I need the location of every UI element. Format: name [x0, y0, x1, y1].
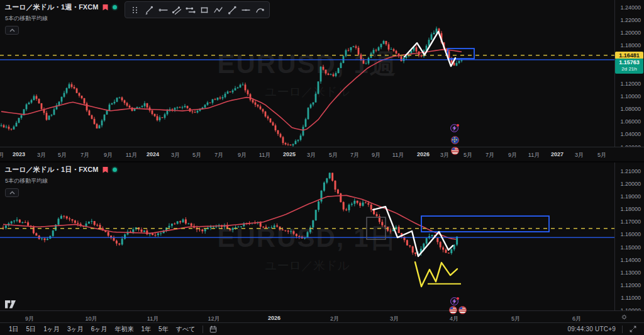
us-event-flag-icon[interactable]: [451, 147, 459, 155]
time-axis-label: 3月: [37, 151, 46, 159]
time-axis-label: 2026: [268, 315, 280, 321]
price-axis-label: 1.18000: [620, 42, 641, 48]
time-axis-label: 2025: [283, 151, 296, 157]
time-axis-label: 5月: [58, 151, 67, 159]
time-axis-label: 3月: [440, 151, 449, 159]
price-range-tool-icon[interactable]: [239, 3, 252, 16]
pen-tool-icon[interactable]: [142, 3, 155, 16]
tradingview-app: EURUSD, 1週 ユーロ／米ドル ユーロ／米ドル・1週・FXCM 5本の移動…: [0, 0, 644, 335]
range-button[interactable]: 1年: [138, 324, 155, 335]
time-axis-label: 11月: [528, 151, 540, 159]
price-axis-daily[interactable]: 1.210001.200001.190001.180001.170001.160…: [614, 162, 644, 310]
range-button[interactable]: 年初来: [111, 324, 138, 335]
symbol-title[interactable]: ユーロ／米ドル・1日・FXCM: [5, 165, 98, 174]
time-axis-label: 9月: [508, 151, 517, 159]
symbol-title[interactable]: ユーロ／米ドル・1週・FXCM: [5, 3, 98, 12]
time-axis-label: 9月: [238, 151, 247, 159]
us-event-flag-icon[interactable]: [449, 306, 457, 314]
trend-line-tool-icon[interactable]: [225, 3, 238, 16]
session-clock[interactable]: 09:44:30 UTC+9: [568, 326, 616, 332]
toolbar-divider: [622, 326, 623, 333]
price-axis-label: 1.20000: [620, 30, 641, 36]
flat-channel-tool-icon[interactable]: [184, 3, 197, 16]
time-axis-label: 7月: [486, 151, 494, 159]
eu-event-flag-icon[interactable]: [451, 136, 459, 144]
range-button[interactable]: 1ヶ月: [40, 324, 64, 335]
price-axis-label: 1.15000: [620, 244, 641, 251]
chart-panel-daily[interactable]: EURUSD, 1日 ユーロ／米ドル ユーロ／米ドル・1日・FXCM 5本の移動…: [0, 162, 644, 322]
horizontal-ray-tool-icon[interactable]: [156, 3, 169, 16]
tradingview-logo[interactable]: [4, 300, 17, 312]
time-axis-daily[interactable]: 9月10月11月12月20262月3月4月5月6月: [0, 310, 644, 323]
ma-line[interactable]: [1, 50, 462, 130]
time-axis-label: 9月: [104, 151, 113, 159]
indicator-legend[interactable]: 5本の移動平均線: [5, 177, 117, 185]
price-axis-label: 1.19000: [620, 193, 641, 200]
price-axis-label: 1.24000: [620, 4, 641, 11]
time-axis-label: 3月: [307, 151, 316, 159]
brush-tool-icon[interactable]: [253, 3, 266, 16]
legend-collapse-button[interactable]: [5, 188, 19, 197]
rectangle-drawing-blue[interactable]: [421, 216, 549, 232]
drawing-toolbar[interactable]: [125, 1, 270, 18]
chart-panel-weekly[interactable]: EURUSD, 1週 ユーロ／米ドル ユーロ／米ドル・1週・FXCM 5本の移動…: [0, 0, 644, 161]
us-event-flag-icon[interactable]: [458, 306, 467, 314]
clock-time: 09:44:30: [568, 326, 594, 332]
price-axis-label: 1.22000: [620, 17, 641, 23]
bottom-toolbar: 1日5日1ヶ月3ヶ月6ヶ月年初来1年5年すべて 09:44:30 UTC+9: [0, 322, 644, 335]
ma-line[interactable]: [3, 195, 456, 239]
range-button[interactable]: 5日: [23, 324, 40, 335]
indicator-legend[interactable]: 5本の移動平均線: [5, 14, 117, 23]
time-axis-label: 5月: [464, 151, 472, 159]
last-price-value: 1.15763: [615, 59, 643, 65]
price-axis-label: 1.21000: [620, 168, 641, 174]
price-axis-label: 1.16000: [620, 231, 641, 237]
rectangle-tool-icon[interactable]: [197, 3, 211, 16]
time-axis-label: 3月: [171, 151, 180, 159]
market-status-dot: [113, 5, 117, 9]
range-button[interactable]: 6ヶ月: [87, 324, 111, 335]
economic-event-icon[interactable]: [450, 124, 458, 132]
axis-settings-gear-icon[interactable]: [620, 313, 628, 321]
price-axis-label: 1.17000: [620, 219, 641, 225]
economic-event-icon[interactable]: [450, 297, 458, 305]
range-button[interactable]: すべて: [172, 324, 199, 335]
time-axis-label: 9月: [372, 151, 380, 159]
price-axis-label: 1.13000: [620, 270, 641, 276]
price-axis-label: 1.12000: [620, 282, 641, 288]
range-button[interactable]: 5年: [155, 324, 172, 335]
price-axis-label: 1.14000: [620, 257, 641, 263]
zigzag-pattern-tool-icon[interactable]: [211, 3, 225, 16]
bookmark-flag-icon[interactable]: [102, 166, 109, 174]
price-axis-label: 1.18000: [620, 206, 641, 212]
time-axis-label: 5月: [329, 151, 338, 159]
time-axis-label: 11月: [392, 151, 404, 159]
chart-legend-weekly: ユーロ／米ドル・1週・FXCM 5本の移動平均線: [5, 3, 117, 35]
go-to-date-icon[interactable]: [207, 324, 219, 335]
toolbar-drag-handle[interactable]: [128, 3, 142, 16]
parallel-channel-tool-icon[interactable]: [170, 3, 183, 16]
bar-countdown: 2d 21h: [615, 66, 643, 72]
time-axis-label: 2024: [147, 151, 159, 157]
price-axis-label: 1.20000: [620, 181, 641, 187]
price-axis-label: 1.10000: [620, 93, 641, 99]
time-axis-weekly[interactable]: 月20233月5月7月9月11月20243月5月7月9月11月20253月5月7…: [0, 147, 644, 162]
market-status-dot: [113, 168, 117, 172]
clock-timezone: UTC+9: [595, 326, 616, 332]
rectangle-drawing-gray[interactable]: [367, 217, 386, 239]
date-range-buttons: 1日5日1ヶ月3ヶ月6ヶ月年初来1年5年すべて: [5, 324, 199, 335]
time-axis-label: 5月: [597, 151, 606, 159]
chart-legend-daily: ユーロ／米ドル・1日・FXCM 5本の移動平均線: [5, 165, 117, 197]
panel-separator[interactable]: [0, 161, 644, 162]
time-axis-label: 2023: [13, 151, 25, 157]
maximize-icon[interactable]: [626, 324, 639, 335]
time-axis-label: 5月: [192, 151, 201, 159]
zigzag-drawing-yellow[interactable]: [415, 262, 457, 287]
time-axis-label: 7月: [350, 151, 359, 159]
time-axis-label: 7月: [80, 151, 89, 159]
bookmark-flag-icon[interactable]: [102, 4, 109, 11]
range-button[interactable]: 3ヶ月: [64, 324, 87, 335]
legend-collapse-button[interactable]: [5, 26, 19, 35]
range-button[interactable]: 1日: [5, 324, 23, 335]
time-axis-label: 7月: [214, 151, 223, 159]
